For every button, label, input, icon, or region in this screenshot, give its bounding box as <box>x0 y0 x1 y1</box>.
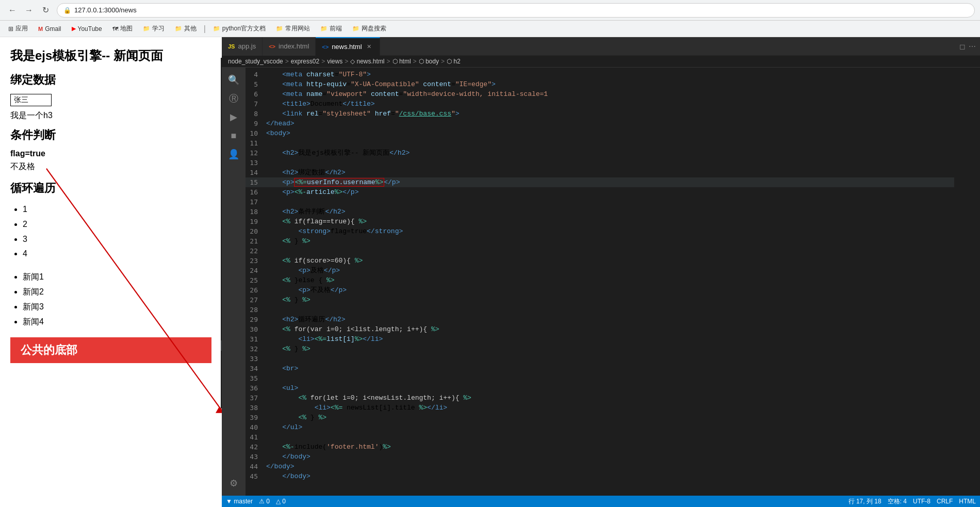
code-line: 63 article: article, <box>221 351 222 361</box>
youtube-icon: ▶ <box>72 25 76 32</box>
bookmark-youtube-label: YouTube <box>78 25 102 32</box>
editor-line-6: 6 <meta name="viewport" content="width=d… <box>246 89 954 99</box>
error-count[interactable]: ⚠ 0 <box>259 498 270 505</box>
editor-line-28: 28 <box>246 305 954 315</box>
list-item: 2 <box>23 217 211 232</box>
indentation[interactable]: 空格: 4 <box>888 497 907 506</box>
code-line: 44 let article = "<h3> 我是一个h3 </h3>" <box>221 153 222 163</box>
h3-text: 我是一个h3 <box>10 110 211 121</box>
editor-line-23: 23 <% if(score>=60){ %> <box>246 256 954 266</box>
editor-line-42: 42 <%-include('footer.html')%> <box>246 442 954 452</box>
editor-content[interactable]: 4 <meta charset="UTF-8"> 5 <meta http-eq… <box>246 68 954 496</box>
editor-line-45: 45 </body> <box>246 471 954 481</box>
editor-line-9: 9 </head> <box>246 119 954 128</box>
list-item: 1 <box>23 202 211 217</box>
editor-line-34: 34 <br> <box>246 364 954 373</box>
cursor-position[interactable]: 行 17, 列 18 <box>848 497 881 506</box>
editor-line-26: 26 <p>不及格</p> <box>246 285 954 295</box>
code-line: 43 <box>221 143 222 153</box>
forward-button[interactable]: → <box>22 3 36 18</box>
code-line: 48 title: "新闻1" <box>221 195 222 205</box>
tab-close-button[interactable]: ✕ <box>365 43 373 51</box>
editor-line-27: 27 <% } %> <box>246 295 954 305</box>
git-branch[interactable]: ▼ master <box>226 498 253 505</box>
editor-line-17: 17 <box>246 197 954 207</box>
news-item: 新闻3 <box>23 300 211 315</box>
page-main-heading: 我是ejs模板引擎-- 新闻页面 <box>10 47 211 64</box>
language-mode[interactable]: HTML <box>959 498 976 505</box>
code-line: 39 age: 20 <box>221 102 222 112</box>
username-input[interactable] <box>10 94 52 106</box>
bookmark-maps[interactable]: 🗺 地图 <box>108 23 137 35</box>
activity-settings[interactable]: ⚙ <box>225 475 242 492</box>
code-line: 49 }, <box>221 205 222 216</box>
code-line: 61 res.render("news.html", { <box>221 330 222 340</box>
editor-line-12: 12 <h2>我是ejs模板引擎-- 新闻页面</h2> <box>246 148 954 158</box>
editor-line-7: 7 <title>Document</title> <box>246 99 954 109</box>
activity-extensions[interactable]: ■ <box>225 127 242 144</box>
tab-app-js[interactable]: JS app.js <box>222 37 263 56</box>
browser-wrapper: 我是ejs模板引擎-- 新闻页面 绑定数据 我是一个h3 条件判断 flag=t… <box>0 37 222 507</box>
bookmark-netdisk-label: 网盘搜索 <box>362 24 386 33</box>
bookmark-maps-label: 地图 <box>120 24 133 33</box>
news-item: 新闻1 <box>23 270 211 285</box>
activity-debug[interactable]: ▶ <box>225 109 242 125</box>
tab-app-js-label: app.js <box>238 42 256 50</box>
activity-remote[interactable]: 👤 <box>225 146 242 162</box>
bookmarks-bar: ⊞ 应用 M Gmail ▶ YouTube 🗺 地图 📁 学习 📁 其他 | … <box>0 21 980 37</box>
editor-line-19: 19 <% if(flag==true){ %> <box>246 217 954 226</box>
activity-git[interactable]: Ⓡ <box>225 90 242 107</box>
bookmark-other-label: 其他 <box>184 24 197 33</box>
activity-bottom: ⚙ <box>225 475 242 492</box>
breadcrumb-html: ⬡ html <box>393 58 411 65</box>
line-ending[interactable]: CRLF <box>937 498 953 505</box>
bookmark-study-label: 学习 <box>152 24 165 33</box>
editor-line-43: 43 </body> <box>246 452 954 462</box>
bookmark-netdisk[interactable]: 📁 网盘搜索 <box>348 23 390 35</box>
study-icon: 📁 <box>143 25 150 32</box>
minimap <box>954 68 980 496</box>
code-line: 60 <box>221 320 222 330</box>
editor-line-15-highlight: 15 <p><%=userInfo.username%></p> <box>246 177 954 187</box>
number-list: 1 2 3 4 <box>10 202 211 261</box>
code-line: 51 title: "新闻2" <box>221 226 222 236</box>
back-button[interactable]: ← <box>5 3 20 18</box>
fail-text: 不及格 <box>10 161 211 172</box>
bookmark-youtube[interactable]: ▶ YouTube <box>68 24 106 34</box>
netdisk-icon: 📁 <box>352 25 360 32</box>
code-line: 65 score: 50, <box>221 371 222 382</box>
bookmark-apps[interactable]: ⊞ 应用 <box>4 23 32 35</box>
code-line: 52 }, <box>221 236 222 247</box>
main-area: 我是ejs模板引擎-- 新闻页面 绑定数据 我是一个h3 条件判断 flag=t… <box>0 37 980 507</box>
address-bar[interactable]: 🔒 127.0.0.1:3000/news <box>57 3 975 18</box>
refresh-button[interactable]: ↻ <box>38 3 53 18</box>
bookmark-study[interactable]: 📁 学习 <box>139 23 169 35</box>
editor-line-24: 24 <p>及格</p> <box>246 266 954 275</box>
bookmark-common[interactable]: 📁 常用网站 <box>272 23 314 35</box>
code-line: 47 { <box>221 185 222 195</box>
bookmark-python[interactable]: 📁 python官方文档 <box>209 23 270 35</box>
editor-line-13: 13 <box>246 158 954 168</box>
editor-line-39: 39 <% } %> <box>246 413 954 422</box>
status-left: ▼ master ⚠ 0 △ 0 <box>226 498 286 505</box>
warning-count[interactable]: △ 0 <box>276 498 286 505</box>
news-item: 新闻4 <box>23 315 211 330</box>
editor-line-29: 29 <h2>循环遍历</h2> <box>246 315 954 324</box>
more-actions-icon[interactable]: ⋯ <box>969 42 976 51</box>
encoding[interactable]: UTF-8 <box>913 498 930 505</box>
code-line: 38 username: "张三", <box>221 91 222 101</box>
bookmark-gmail[interactable]: M Gmail <box>34 24 66 34</box>
bookmark-frontend[interactable]: 📁 前端 <box>316 23 346 35</box>
editor-line-40: 40 </ul> <box>246 422 954 432</box>
address-text: 127.0.0.1:3000/news <box>74 6 137 14</box>
code-line: 53 { <box>221 247 222 257</box>
common-icon: 📁 <box>276 25 283 32</box>
tab-index-html[interactable]: <> index.html <box>263 37 316 56</box>
bookmark-other[interactable]: 📁 其他 <box>171 23 201 35</box>
split-editor-icon[interactable]: ◻ <box>959 42 966 51</box>
tab-news-html[interactable]: <> news.html ✕ <box>316 37 380 56</box>
footer-bar: 公共的底部 <box>10 337 211 363</box>
breadcrumb-views: views <box>327 58 342 65</box>
activity-search[interactable]: 🔍 <box>225 72 242 88</box>
bookmark-apps-label: 应用 <box>15 24 28 33</box>
